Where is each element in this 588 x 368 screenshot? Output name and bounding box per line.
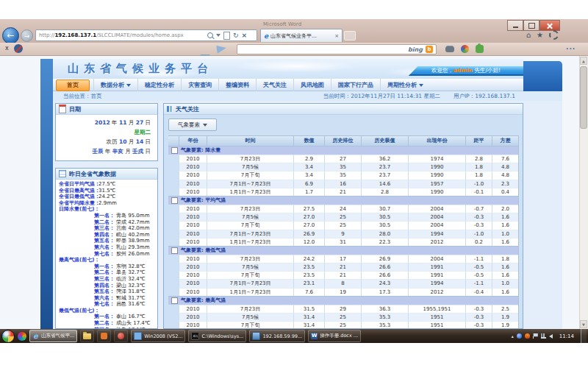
- nav-item-6[interactable]: 风讯地图: [293, 79, 331, 91]
- group-checkbox[interactable]: [171, 297, 178, 304]
- addon-puzzle-icon[interactable]: [476, 45, 484, 53]
- scrollbar-thumb[interactable]: [580, 66, 587, 129]
- table-row[interactable]: 20107月5候23.52126.61991-0.51.6: [168, 263, 518, 271]
- scroll-up-icon[interactable]: ▲: [580, 57, 587, 65]
- table-row[interactable]: 20107月5候3.43523.719901.84.8: [168, 163, 518, 171]
- network-icon[interactable]: [541, 333, 546, 339]
- more-options-icon[interactable]: ...: [566, 43, 576, 51]
- task-button-ie[interactable]: e山东省气候平...: [29, 330, 77, 342]
- rank-value[interactable]: 东明 32.8℃: [116, 263, 146, 270]
- close-button[interactable]: [539, 20, 560, 31]
- nav-item-2[interactable]: 稳定性分析: [137, 79, 181, 91]
- table-row[interactable]: 20107月23日24.21726.92004-1.11.8: [168, 255, 518, 263]
- rank-value[interactable]: 莒南 42.0mm: [116, 225, 149, 232]
- rank-value[interactable]: 荣成 42.7mm: [116, 219, 149, 226]
- rank-value[interactable]: 胶州 26.0mm: [116, 251, 149, 258]
- folder-quicklaunch[interactable]: [80, 330, 94, 342]
- orange-app-quicklaunch[interactable]: [97, 330, 111, 342]
- tab-close-icon[interactable]: [334, 33, 339, 39]
- cell: 27.0: [293, 213, 324, 221]
- tray-expand-icon[interactable]: ▴: [512, 333, 514, 339]
- task-button-word[interactable]: W操作手册.docx ...: [308, 330, 361, 342]
- task-button-win[interactable]: Win2008 (VS2...: [131, 330, 185, 342]
- back-button[interactable]: ←: [2, 27, 19, 44]
- binoculars-icon[interactable]: [445, 46, 454, 52]
- nav-item-1[interactable]: 数据分析: [93, 79, 137, 91]
- action-center-flag-icon[interactable]: [533, 333, 538, 339]
- breadcrumb: 当前位置：首页: [63, 91, 102, 101]
- home-icon[interactable]: ⌂: [526, 31, 531, 40]
- speaker-icon[interactable]: [549, 334, 553, 339]
- page-icon[interactable]: [223, 32, 230, 40]
- table-row[interactable]: 20107月5候31.42535.31951-0.31.9: [168, 313, 518, 321]
- table-row[interactable]: 20101月1日~7月23日1.7212.81990-0.10.4: [168, 188, 518, 196]
- tray-blue-icon[interactable]: [517, 333, 522, 339]
- media-app-quicklaunch[interactable]: [114, 330, 128, 342]
- table-row[interactable]: 20107月1日~7月23日26.9928.01994-1.01.0: [168, 230, 518, 238]
- rank-value[interactable]: 梁山 32.3℃: [116, 283, 146, 289]
- minimize-button[interactable]: [507, 20, 523, 31]
- new-tab-button[interactable]: [344, 31, 356, 40]
- nav-item-3[interactable]: 灾害查询: [181, 79, 218, 91]
- browser-tab[interactable]: e 山东省气候业务平...: [260, 29, 343, 42]
- stat-label: 全省日平均气温：: [59, 181, 100, 188]
- weather-row-13: 第一名：东明 32.8℃: [56, 263, 157, 270]
- nav-item-0[interactable]: 首页: [56, 79, 90, 91]
- group-checkbox[interactable]: [171, 197, 178, 204]
- table-row[interactable]: 20107月下旬27.02530.52004-0.31.6: [168, 221, 518, 229]
- nav-item-7[interactable]: 国家下行产品: [331, 79, 380, 91]
- table-row[interactable]: 20101月1日~7月23日12.03122.320120.21.6: [168, 238, 518, 246]
- group-checkbox[interactable]: [171, 147, 178, 154]
- show-desktop-button[interactable]: [581, 329, 587, 343]
- table-row[interactable]: 20107月23日2.92736.219742.87.6: [168, 155, 518, 163]
- toolbar-close-button[interactable]: x: [5, 45, 9, 52]
- task-button-net[interactable]: 192.168.59.99...: [249, 330, 305, 342]
- blocked-icon[interactable]: [14, 44, 23, 53]
- table-row[interactable]: 20107月下旬3.43523.719901.84.8: [168, 171, 518, 179]
- start-button[interactable]: [1, 330, 15, 343]
- task-button-cmd[interactable]: C:\C:\Windows\sys...: [188, 330, 246, 342]
- nav-item-4[interactable]: 整编资料: [218, 79, 256, 91]
- toolbar-search-input[interactable]: bing: [237, 44, 437, 54]
- rank-value[interactable]: 乳山 29.3mm: [116, 244, 149, 251]
- favorites-star-icon[interactable]: ★: [537, 31, 543, 40]
- table-row[interactable]: 20107月1日~7月23日23.1824.31994-1.11.0: [168, 279, 518, 287]
- table-row[interactable]: 20107月1日~7月23日6.91614.61957-1.02.3: [168, 180, 518, 188]
- cell: 1.0: [492, 279, 518, 287]
- palette-icon[interactable]: [461, 45, 469, 53]
- table-row[interactable]: 20107月下旬31.42535.31951-0.31.9: [168, 321, 518, 329]
- taskbar-clock[interactable]: 11:14: [559, 333, 574, 339]
- rank-value[interactable]: 单县 32.7℃: [116, 269, 146, 276]
- nav-item-8[interactable]: 周期性分析: [380, 79, 430, 91]
- element-dropdown-button[interactable]: 气象要素: [168, 118, 217, 131]
- rank-value[interactable]: 菏泽 31.8℃: [116, 289, 146, 295]
- rank-value[interactable]: 即墨 38.9mm: [116, 238, 149, 244]
- table-row[interactable]: 20107月下旬23.52126.61991-0.51.6: [168, 271, 518, 279]
- cell: 1.6: [492, 213, 518, 221]
- table-row[interactable]: 20101月1日~7月23日7.61917.32012-0.41.6: [168, 288, 518, 296]
- rank-value[interactable]: 青岛 95.0mm: [116, 213, 149, 219]
- table-row[interactable]: 20107月23日31.52936.31955,1951-0.32.5: [168, 305, 518, 313]
- stop-icon[interactable]: ×: [242, 32, 248, 39]
- nav-item-5[interactable]: 天气关注: [256, 79, 293, 91]
- search-icon[interactable]: [207, 32, 213, 38]
- chevron-down-icon[interactable]: [216, 34, 220, 37]
- rank-value[interactable]: 昌邑 31.6℃: [116, 301, 146, 308]
- gear-icon[interactable]: [549, 30, 559, 40]
- send-icon[interactable]: [216, 44, 226, 54]
- refresh-icon[interactable]: ↻: [233, 32, 239, 39]
- rank-value[interactable]: 泰山 16.7℃: [116, 314, 146, 320]
- table-row[interactable]: 20107月23日27.52430.72004-0.72.0: [168, 205, 518, 213]
- table-row[interactable]: 20107月5候27.02530.52004-0.31.6: [168, 213, 518, 221]
- rank-value[interactable]: 临沂 32.4℃: [116, 276, 146, 283]
- cell: -0.7: [465, 205, 492, 213]
- pinwheel-app-icon[interactable]: [18, 332, 26, 341]
- forward-button[interactable]: →: [21, 29, 33, 42]
- scroll-down-icon[interactable]: ▼: [580, 320, 587, 328]
- group-checkbox[interactable]: [171, 247, 178, 254]
- rank-value[interactable]: 成山头 17.4℃: [116, 320, 151, 327]
- rank-value[interactable]: 崂山 40.2mm: [116, 232, 149, 238]
- tray-orange-icon[interactable]: [525, 333, 530, 339]
- maximize-button[interactable]: [523, 20, 539, 31]
- rank-value[interactable]: 郓城 31.7℃: [116, 295, 146, 302]
